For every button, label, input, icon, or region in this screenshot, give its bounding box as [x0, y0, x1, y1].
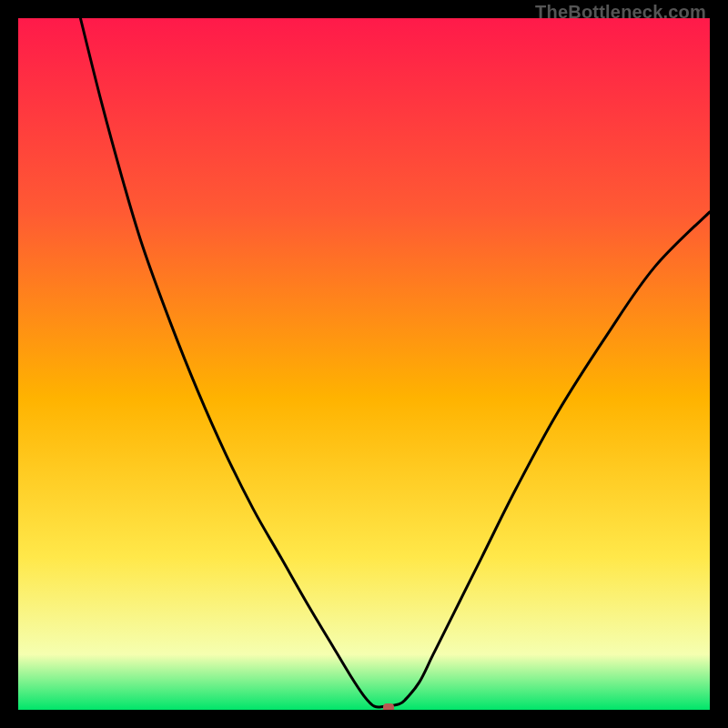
watermark-text: TheBottleneck.com — [535, 2, 706, 23]
plot-area — [18, 18, 710, 710]
bottleneck-curve — [80, 18, 710, 707]
chart-frame: TheBottleneck.com — [0, 0, 728, 728]
optimal-point-marker — [383, 703, 394, 710]
curve-svg — [18, 18, 710, 710]
